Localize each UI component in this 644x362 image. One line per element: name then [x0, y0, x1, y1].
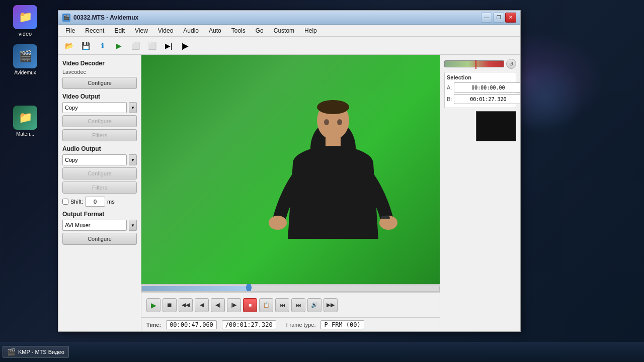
desktop-icon-video[interactable]: 📁 video — [3, 5, 48, 37]
audio-output-title: Audio Output — [62, 145, 137, 152]
video-output-title: Video Output — [62, 93, 137, 100]
right-panel: ↺ Selection A: — B: — [440, 55, 520, 331]
left-panel: Video Decoder Lavcodec Configure Video O… — [58, 55, 141, 331]
shift-unit: ms — [107, 199, 115, 205]
menu-auto[interactable]: Auto — [204, 26, 226, 35]
video-decoder-section: Video Decoder Lavcodec Configure — [62, 60, 137, 89]
menu-tools[interactable]: Tools — [226, 26, 251, 35]
output-format-dropdown[interactable]: AVI Muxer — [62, 220, 127, 231]
volume-peak — [475, 60, 476, 69]
video-output-arrow[interactable]: ▼ — [129, 102, 137, 113]
volume-reset-button[interactable]: ↺ — [506, 59, 516, 69]
toolbar-stop[interactable]: ⬜ — [128, 39, 143, 53]
goto-end-button[interactable]: ⏭ — [291, 298, 305, 312]
next-keyframe-button[interactable]: |▶ — [227, 298, 241, 312]
output-format-title: Output Format — [62, 211, 137, 218]
video-output-section: Video Output Copy ▼ Configure Filters — [62, 93, 137, 141]
volume-bar-container: ↺ — [444, 59, 516, 69]
menu-view[interactable]: View — [130, 26, 153, 35]
audio-btn[interactable]: 🔊 — [307, 298, 321, 312]
audio-output-arrow[interactable]: ▼ — [129, 154, 137, 165]
audio-output-filters-btn[interactable]: Filters — [62, 182, 137, 194]
app-icon: 🎬 — [62, 14, 70, 22]
video-decoder-codec: Lavcodec — [62, 69, 137, 75]
extra-btn[interactable]: ▶▶ — [324, 298, 338, 312]
mark-out-button[interactable]: 📋 — [259, 298, 273, 312]
controls-bar: ▶ ⏹ ◀◀ ◀ ◀| |▶ ■ 📋 ⏮ ⏭ 🔊 ▶▶ — [141, 292, 440, 317]
goto-start-button[interactable]: ⏮ — [275, 298, 289, 312]
selection-a-row: A: — — [447, 82, 514, 93]
toolbar-play-bwd[interactable]: |▶ — [178, 39, 193, 53]
window-title: 00332.MTS - Avidemux — [73, 14, 481, 21]
toolbar: 📂 💾 ℹ ▶ ⬜ ⬜ ▶| |▶ — [58, 37, 520, 55]
selection-a-input[interactable] — [454, 82, 520, 93]
shift-input[interactable] — [85, 197, 105, 207]
audio-output-value: Copy — [65, 157, 78, 163]
menu-go[interactable]: Go — [251, 26, 269, 35]
current-time: 00:00:47.060 — [166, 320, 217, 329]
menu-video[interactable]: Video — [153, 26, 178, 35]
prev-frame-button[interactable]: ◀ — [195, 298, 209, 312]
menu-edit[interactable]: Edit — [109, 26, 130, 35]
output-format-dropdown-row: AVI Muxer ▼ — [62, 220, 137, 231]
toolbar-save[interactable]: 💾 — [78, 39, 93, 53]
menu-audio[interactable]: Audio — [178, 26, 204, 35]
timeline-cursor[interactable] — [246, 284, 252, 291]
play-button[interactable]: ▶ — [146, 298, 160, 312]
svg-point-3 — [269, 216, 287, 230]
menu-help[interactable]: Help — [299, 26, 322, 35]
audio-output-configure-btn[interactable]: Configure — [62, 167, 137, 179]
output-format-arrow[interactable]: ▼ — [129, 220, 137, 231]
menu-bar: File Recent Edit View Video Audio Auto T… — [58, 25, 520, 37]
output-format-configure-btn[interactable]: Configure — [62, 233, 137, 245]
output-format-value: AVI Muxer — [65, 222, 91, 228]
menu-file[interactable]: File — [60, 26, 80, 35]
prev-keyframe-button[interactable]: ◀| — [211, 298, 225, 312]
toolbar-preview[interactable]: ▶ — [111, 39, 126, 53]
desktop-icon-materi[interactable]: 📁 Materi... — [3, 106, 48, 137]
audio-output-dropdown-row: Copy ▼ — [62, 154, 137, 165]
video-output-value: Copy — [65, 105, 78, 111]
svg-point-5 — [317, 100, 349, 114]
taskbar-kmp-item[interactable]: 🎬 KMP - MTS Видео — [3, 346, 69, 358]
selection-b-input[interactable] — [454, 94, 520, 104]
restore-button[interactable]: ❐ — [493, 13, 504, 23]
toolbar-open[interactable]: 📂 — [61, 39, 76, 53]
stop-button[interactable]: ⏹ — [163, 298, 177, 312]
frame-type-value: P-FRM (00) — [320, 320, 364, 329]
video-preview — [141, 55, 440, 284]
video-output-dropdown[interactable]: Copy — [62, 102, 127, 113]
audio-output-section: Audio Output Copy ▼ Configure Filters Sh… — [62, 145, 137, 207]
output-format-section: Output Format AVI Muxer ▼ Configure — [62, 211, 137, 245]
mini-preview — [476, 111, 516, 141]
prev-scene-button[interactable]: ◀◀ — [179, 298, 193, 312]
toolbar-info[interactable]: ℹ — [95, 39, 110, 53]
desktop: 📁 video 🎬 Avidemux 📁 Materi... — [0, 0, 50, 362]
menu-recent[interactable]: Recent — [80, 26, 109, 35]
shift-checkbox[interactable] — [62, 199, 68, 205]
timeline-area[interactable] — [141, 284, 440, 292]
menu-custom[interactable]: Custom — [269, 26, 299, 35]
window-controls: — ❐ ✕ — [481, 13, 516, 23]
svg-point-6 — [324, 119, 329, 125]
minimize-button[interactable]: — — [481, 13, 492, 23]
selection-b-label: B: — [447, 96, 452, 102]
shift-row: Shift: ms — [62, 197, 137, 207]
audio-output-dropdown[interactable]: Copy — [62, 154, 127, 165]
video-decoder-configure-btn[interactable]: Configure — [62, 77, 137, 89]
time-bar: Time: 00:00:47.060 /00:01:27.320 Frame t… — [141, 317, 440, 331]
selection-a-label: A: — [447, 84, 452, 90]
video-decoder-title: Video Decoder — [62, 60, 137, 67]
taskbar: 🎬 KMP - MTS Видео — [0, 342, 644, 362]
toolbar-play-fwd[interactable]: ▶| — [161, 39, 176, 53]
total-time: /00:01:27.320 — [222, 320, 276, 329]
video-output-filters-btn[interactable]: Filters — [62, 129, 137, 141]
close-button[interactable]: ✕ — [505, 13, 516, 23]
mark-in-button[interactable]: ■ — [243, 298, 257, 312]
volume-meter — [444, 60, 504, 67]
selection-b-row: B: — [447, 94, 514, 104]
main-content: Video Decoder Lavcodec Configure Video O… — [58, 55, 520, 331]
video-output-configure-btn[interactable]: Configure — [62, 115, 137, 127]
title-bar: 🎬 00332.MTS - Avidemux — ❐ ✕ — [58, 11, 520, 25]
desktop-icon-avid[interactable]: 🎬 Avidemux — [3, 44, 48, 75]
